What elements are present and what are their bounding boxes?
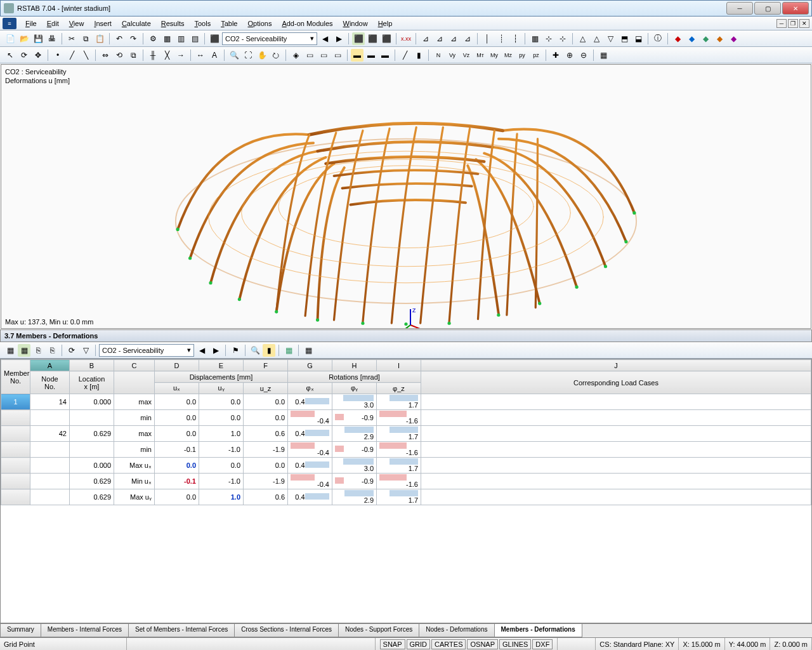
node-icon[interactable]: • <box>51 49 64 62</box>
prev-icon[interactable]: ◀ <box>318 32 331 45</box>
menu-file[interactable]: File <box>20 18 42 29</box>
module-icon[interactable]: ◆ <box>671 32 684 45</box>
table-row[interactable]: min-0.1-1.0-1.9-0.4-0.9-1.6 <box>1 442 811 458</box>
col-blank[interactable] <box>114 371 155 394</box>
results-icon[interactable]: ⬛ <box>366 32 379 45</box>
pan-icon[interactable]: ✋ <box>256 49 268 62</box>
tab-members-deformations[interactable]: Members - Deformations <box>494 624 582 637</box>
menu-insert[interactable]: Insert <box>89 18 117 29</box>
3d-viewport[interactable]: CO2 : Serviceability Deformations u [mm] <box>1 64 811 329</box>
close-button[interactable]: ✕ <box>782 2 809 15</box>
mdi-minimize-button[interactable]: ─ <box>776 19 787 28</box>
dim-icon[interactable]: ↔ <box>194 49 207 62</box>
table-row[interactable]: 420.629max0.01.00.60.42.91.7 <box>1 426 811 442</box>
view-icon[interactable]: ⬓ <box>632 32 645 45</box>
rotate3d-icon[interactable]: ⭮ <box>270 49 282 62</box>
print-icon[interactable]: 🖶 <box>46 32 58 45</box>
excel-icon[interactable]: ▦ <box>282 344 295 357</box>
grid-icon[interactable]: ▦ <box>528 32 541 45</box>
table-row[interactable]: min0.00.00.0-0.4-0.9-1.6 <box>1 410 811 426</box>
text-icon[interactable]: A <box>208 49 221 62</box>
nav-icon[interactable]: ▦ <box>597 49 610 62</box>
label-icon[interactable]: x.xx <box>400 32 412 45</box>
status-toggle-dxf[interactable]: DXF <box>532 639 553 649</box>
open-icon[interactable]: 📂 <box>18 32 30 45</box>
force-my-icon[interactable]: My <box>488 49 501 62</box>
tool-icon[interactable]: ▥ <box>174 32 187 45</box>
tool-icon[interactable]: ▦ <box>160 32 173 45</box>
extend-icon[interactable]: → <box>174 49 187 62</box>
select-icon[interactable]: ↖ <box>4 49 16 62</box>
col-uy[interactable]: uᵧ <box>199 383 244 394</box>
force-mt-icon[interactable]: Mт <box>474 49 487 62</box>
filter-icon[interactable]: ▽ <box>79 344 92 357</box>
col-h[interactable]: H <box>332 360 377 371</box>
divide-icon[interactable]: ╫ <box>147 49 159 62</box>
menu-window[interactable]: Window <box>338 18 373 29</box>
col-j[interactable]: J <box>421 360 811 371</box>
col-member[interactable]: MemberNo. <box>1 360 30 394</box>
module-icon[interactable]: ◆ <box>685 32 698 45</box>
render-icon[interactable]: ▬ <box>351 49 363 62</box>
force-n-icon[interactable]: N <box>432 49 445 62</box>
table-row[interactable]: 1140.000max0.00.00.00.43.01.7 <box>1 394 811 410</box>
find-icon[interactable]: 🔍 <box>249 344 261 357</box>
tool-icon[interactable]: ⚙ <box>147 32 159 45</box>
menu-view[interactable]: View <box>64 18 89 29</box>
next-icon[interactable]: ▶ <box>332 32 345 45</box>
col-corr[interactable]: Corresponding Load Cases <box>421 371 811 394</box>
snap-icon[interactable]: ⊹ <box>542 32 555 45</box>
diagram-icon[interactable]: ⊿ <box>433 32 446 45</box>
refresh-icon[interactable]: ⟳ <box>65 344 78 357</box>
tab-cross-sections-internal-forces[interactable]: Cross Sections - Internal Forces <box>234 624 339 637</box>
module-icon[interactable]: ◆ <box>699 32 712 45</box>
module-icon[interactable]: ◆ <box>713 32 726 45</box>
member-icon[interactable]: ╱ <box>65 49 78 62</box>
view-y-icon[interactable]: ▭ <box>317 49 330 62</box>
move-icon[interactable]: ✥ <box>32 49 44 62</box>
paste-icon[interactable]: 📋 <box>93 32 106 45</box>
status-toggle-cartes[interactable]: CARTES <box>431 639 466 649</box>
render-icon[interactable]: ▬ <box>379 49 391 62</box>
calculate-icon[interactable]: ⬛ <box>208 32 221 45</box>
info-icon[interactable]: ⓘ <box>652 32 664 45</box>
diagram-icon[interactable]: ⊿ <box>447 32 460 45</box>
calc-icon[interactable]: ▦ <box>302 344 315 357</box>
col-b[interactable]: B <box>70 360 114 371</box>
zoom-icon[interactable]: 🔍 <box>228 49 240 62</box>
mdi-restore-button[interactable]: ❐ <box>788 19 798 28</box>
tab-members-internal-forces[interactable]: Members - Internal Forces <box>41 624 129 637</box>
force-pz-icon[interactable]: pz <box>530 49 542 62</box>
results-icon[interactable]: ⬛ <box>352 32 365 45</box>
tab-set-of-members-internal-forces[interactable]: Set of Members - Internal Forces <box>128 624 235 637</box>
goto-icon[interactable]: ▮ <box>263 344 275 357</box>
rotate-icon[interactable]: ⟲ <box>113 49 126 62</box>
support-icon[interactable]: ▽ <box>604 32 617 45</box>
col-i[interactable]: I <box>377 360 421 371</box>
status-toggle-glines[interactable]: GLINES <box>499 639 531 649</box>
col-phix[interactable]: φₓ <box>288 383 332 394</box>
force-py-icon[interactable]: py <box>516 49 528 62</box>
maximize-button[interactable]: ▢ <box>754 2 781 15</box>
col-a[interactable]: A <box>30 360 70 371</box>
col-group-disp[interactable]: Displacements [mm] <box>155 371 288 383</box>
line-icon[interactable]: │ <box>481 32 494 45</box>
snap-icon[interactable]: ⊹ <box>556 32 569 45</box>
support-icon[interactable]: △ <box>590 32 603 45</box>
diagram-icon[interactable]: ⊿ <box>419 32 432 45</box>
tab-summary[interactable]: Summary <box>0 624 41 637</box>
col-ux[interactable]: uₓ <box>155 383 199 394</box>
cut-icon[interactable]: ✂ <box>65 32 78 45</box>
zoom-all-icon[interactable]: ⛶ <box>242 49 254 62</box>
diagram-icon[interactable]: ⊿ <box>461 32 474 45</box>
tab-nodes-support-forces[interactable]: Nodes - Support Forces <box>338 624 419 637</box>
menu-table[interactable]: Table <box>216 18 242 29</box>
table-icon[interactable]: ▦ <box>4 344 16 357</box>
minimize-button[interactable]: ─ <box>726 2 753 15</box>
copy-icon[interactable]: ⧉ <box>79 32 92 45</box>
col-c[interactable]: C <box>114 360 155 371</box>
intersect-icon[interactable]: ╳ <box>160 49 173 62</box>
tab-nodes-deformations[interactable]: Nodes - Deformations <box>419 624 494 637</box>
table-row[interactable]: 0.000Max uₓ0.00.00.00.43.01.7 <box>1 458 811 474</box>
support-icon[interactable]: △ <box>576 32 589 45</box>
